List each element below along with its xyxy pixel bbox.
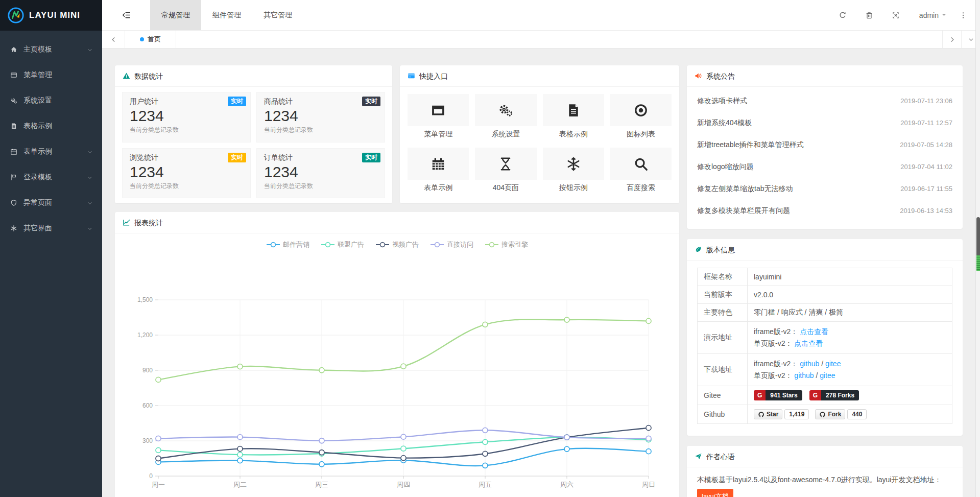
quick-entry-menu-manage[interactable]: 菜单管理 bbox=[408, 94, 469, 140]
link-gitee[interactable]: gitee bbox=[825, 360, 841, 368]
nav-tab-changgui[interactable]: 常规管理 bbox=[150, 0, 201, 30]
github-fork-badge[interactable]: Fork440 bbox=[815, 409, 867, 419]
window-solid-icon bbox=[431, 103, 446, 118]
kebab-icon bbox=[959, 11, 967, 19]
sidebar-item-system-setting[interactable]: 系统设置 bbox=[0, 88, 102, 113]
refresh-icon bbox=[839, 11, 847, 19]
warning-triangle-icon bbox=[123, 72, 130, 80]
announcement-item[interactable]: 修改选项卡样式 2019-07-11 23:06 bbox=[697, 90, 952, 112]
sidebar-item-menu-manage[interactable]: 菜单管理 bbox=[0, 62, 102, 88]
file-icon bbox=[10, 123, 21, 130]
bullhorn-icon bbox=[695, 72, 702, 80]
main-content: 数据统计 用户统计 1234 当前分类总记录数 实时 商品统计 1234 当前分… bbox=[102, 49, 980, 497]
github-star-badge[interactable]: Star1,419 bbox=[754, 409, 809, 419]
flag-icon bbox=[10, 174, 21, 181]
sidebar-menu: 主页模板 菜单管理 系统设置 表格示例 表单示例 登录模板 异常页面 其它界面 bbox=[0, 31, 102, 241]
link-gitee[interactable]: gitee bbox=[820, 371, 835, 380]
quick-entry-table-example[interactable]: 表格示例 bbox=[543, 94, 604, 140]
clear-cache-button[interactable] bbox=[856, 11, 882, 19]
window-icon bbox=[10, 72, 21, 79]
page-tabbar: 首页 bbox=[102, 31, 980, 49]
report-chart: 03006009001,2001,500周一周二周三周四周五周六周日 bbox=[115, 250, 679, 497]
legend-item-视频广告[interactable]: 视频广告 bbox=[375, 240, 419, 249]
gitee-icon: G bbox=[809, 390, 821, 400]
announcement-item[interactable]: 修复左侧菜单缩放tab无法移动 2019-06-17 11:55 bbox=[697, 178, 952, 200]
more-menu-button[interactable] bbox=[955, 11, 971, 19]
active-tab-dot bbox=[140, 37, 144, 41]
announcement-item[interactable]: 新增treetable插件和菜单管理样式 2019-07-05 14:28 bbox=[697, 134, 952, 156]
sidebar-item-other-ui[interactable]: 其它界面 bbox=[0, 216, 102, 241]
quick-entry-page-404[interactable]: 404页面 bbox=[475, 148, 536, 194]
logo[interactable]: LAYUI MINI bbox=[0, 0, 102, 31]
gears-icon bbox=[10, 97, 21, 104]
nav-tab-qita[interactable]: 其它管理 bbox=[252, 0, 303, 30]
sidebar-toggle-button[interactable] bbox=[102, 0, 150, 30]
link-点击查看[interactable]: 点击查看 bbox=[794, 339, 823, 347]
caret-down-icon bbox=[941, 12, 948, 18]
realtime-badge: 实时 bbox=[362, 153, 380, 162]
legend-item-邮件营销[interactable]: 邮件营销 bbox=[266, 240, 309, 249]
tab-scroll-right-button[interactable] bbox=[942, 31, 961, 48]
scrollbar-thumb[interactable] bbox=[976, 217, 980, 255]
card-version-info: 版本信息 框架名称layuimini当前版本v2.0.0主要特色零门槛 / 响应… bbox=[687, 239, 963, 436]
user-menu[interactable]: admin bbox=[919, 11, 948, 19]
svg-text:周五: 周五 bbox=[479, 481, 492, 488]
refresh-button[interactable] bbox=[829, 11, 856, 19]
legend-item-搜索引擎[interactable]: 搜索引擎 bbox=[485, 240, 528, 249]
svg-text:周一: 周一 bbox=[152, 481, 165, 488]
version-row: 下载地址iframe版-v2： github / gitee单页版-v2： gi… bbox=[698, 354, 952, 386]
header-actions: admin bbox=[829, 0, 980, 30]
announcement-item[interactable]: 修改logo缩放问题 2019-07-04 11:02 bbox=[697, 156, 952, 178]
link-github[interactable]: github bbox=[794, 371, 814, 380]
layui-doc-badge[interactable]: layui文档 bbox=[697, 489, 733, 497]
card-system-announcements: 系统公告 修改选项卡样式 2019-07-11 23:06 新增系统404模板 … bbox=[687, 65, 963, 229]
line-chart-icon bbox=[123, 219, 130, 226]
gitee-icon: G bbox=[754, 390, 766, 400]
sidebar: LAYUI MINI 主页模板 菜单管理 系统设置 表格示例 表单示例 登录模板… bbox=[0, 0, 102, 497]
link-点击查看[interactable]: 点击查看 bbox=[800, 327, 828, 336]
fullscreen-button[interactable] bbox=[882, 11, 909, 19]
announcement-item[interactable]: 修复多模块菜单栏展开有问题 2019-06-13 14:53 bbox=[697, 200, 952, 222]
gitee-badge[interactable]: G941 Stars bbox=[754, 390, 802, 400]
quick-entry-form-example[interactable]: 表单示例 bbox=[408, 148, 469, 194]
card-title: 报表统计 bbox=[134, 212, 163, 233]
legend-item-联盟广告[interactable]: 联盟广告 bbox=[321, 240, 364, 249]
sidebar-item-error-page[interactable]: 异常页面 bbox=[0, 190, 102, 216]
quick-entry-button-example[interactable]: 按钮示例 bbox=[543, 148, 604, 194]
stat-value: 1234 bbox=[264, 106, 377, 126]
paper-plane-icon bbox=[695, 453, 702, 460]
gitee-badge[interactable]: G278 Forks bbox=[809, 390, 859, 400]
card-title: 数据统计 bbox=[134, 65, 163, 87]
asterisk-icon bbox=[10, 225, 21, 232]
chevron-down-icon bbox=[968, 36, 974, 43]
link-github[interactable]: github bbox=[800, 360, 819, 368]
version-table: 框架名称layuimini当前版本v2.0.0主要特色零门槛 / 响应式 / 清… bbox=[697, 268, 952, 424]
version-row: 当前版本v2.0.0 bbox=[698, 286, 952, 304]
gears-icon bbox=[498, 103, 513, 118]
author-line-1: 本模板基于layui2.5.4以及font-awesome-4.7.0进行实现。… bbox=[697, 474, 952, 486]
svg-text:1,500: 1,500 bbox=[137, 296, 153, 303]
header-nav-tabs: 常规管理 组件管理 其它管理 bbox=[150, 0, 303, 30]
brand-title: LAYUI MINI bbox=[29, 10, 80, 20]
tab-home[interactable]: 首页 bbox=[125, 31, 176, 48]
search-icon bbox=[633, 156, 649, 172]
tab-scroll-left-button[interactable] bbox=[102, 31, 125, 48]
sidebar-item-login-template[interactable]: 登录模板 bbox=[0, 164, 102, 190]
quick-entry-baidu-search[interactable]: 百度搜索 bbox=[610, 148, 672, 194]
quick-entry-system-setting[interactable]: 系统设置 bbox=[475, 94, 536, 140]
nav-tab-zujian[interactable]: 组件管理 bbox=[201, 0, 252, 30]
announcement-item[interactable]: 新增系统404模板 2019-07-11 12:57 bbox=[697, 112, 952, 134]
version-row: GiteeG941 StarsG278 Forks bbox=[698, 386, 952, 405]
quick-entry-icon-list[interactable]: 图标列表 bbox=[610, 94, 672, 140]
sidebar-item-form-example[interactable]: 表单示例 bbox=[0, 139, 102, 164]
sidebar-item-home-template[interactable]: 主页模板 bbox=[0, 37, 102, 62]
window-scrollbar[interactable] bbox=[975, 0, 980, 497]
home-icon bbox=[10, 46, 21, 53]
credit-card-icon bbox=[408, 72, 415, 80]
legend-item-直接访问[interactable]: 直接访问 bbox=[430, 240, 473, 249]
card-report-statistics: 报表统计 邮件营销 联盟广告 视频广告 直接访问 搜索引擎 0300600900… bbox=[115, 212, 679, 497]
brand-logo-icon bbox=[7, 7, 25, 24]
sidebar-item-table-example[interactable]: 表格示例 bbox=[0, 113, 102, 139]
trash-icon bbox=[865, 11, 873, 19]
svg-text:0: 0 bbox=[149, 472, 153, 480]
